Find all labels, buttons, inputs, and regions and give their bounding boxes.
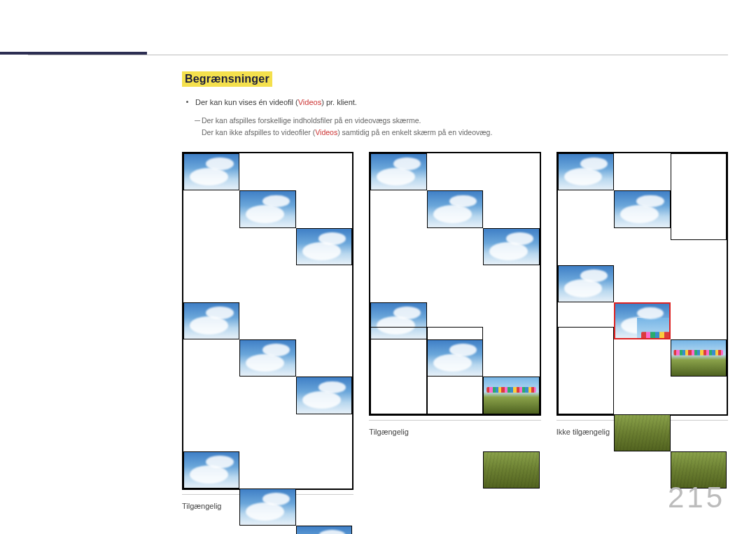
videos-keyword: Videos [298,98,321,106]
bullet-marker [186,101,188,103]
panel [671,339,727,377]
subnote-line2-suffix: ) samtidig på en enkelt skærm på en vide… [337,128,492,136]
bullet-item: Der kan kun vises én videofil (Videos) p… [182,97,728,109]
panel-empty [370,327,426,414]
videowall-grid-1 [182,152,354,490]
content-area: Begrænsninger Der kan kun vises én video… [182,71,728,510]
page: Begrænsninger Der kan kun vises én video… [0,0,756,534]
panel [239,489,295,526]
example-3: Ikke tilgængelig [556,152,728,510]
panel [483,228,539,265]
videowall-grid-3 [556,152,728,415]
top-rule [28,55,728,55]
panel [614,190,670,227]
panel [183,302,239,339]
bullet-list: Der kan kun vises én videofil (Videos) p… [182,97,728,139]
panel [370,153,426,190]
panel [239,190,295,227]
subnote: Der kan afspilles forskellige indholdsfi… [195,115,728,140]
bullet-text: Der kan kun vises én videofil (Videos) p… [195,97,728,109]
page-number: 215 [668,481,725,514]
panel-empty [558,327,614,414]
panel [558,265,614,302]
panel-empty [427,327,483,414]
panel [483,377,539,414]
panel [483,451,539,489]
bullet-suffix: ) pr. klient. [321,98,357,106]
videowall-examples: Tilgængelig Tilgængelig [182,152,728,510]
overlap-content [637,318,671,340]
panel [558,153,614,190]
panel-conflict [614,302,670,339]
example-1: Tilgængelig [182,152,354,510]
panel [183,451,239,489]
panel [614,414,670,451]
bullet-prefix: Der kan kun vises én videofil ( [195,98,298,106]
subnote-line-2: Der kan ikke afspilles to videofiler (Vi… [202,127,728,139]
videowall-grid-2 [369,152,540,415]
panel [296,526,352,534]
panel [427,190,483,227]
caption-2: Tilgængelig [369,428,540,436]
panel [296,377,352,414]
videos-keyword-2: Videos [315,128,337,136]
panel-empty [671,153,727,240]
section-heading: Begrænsninger [182,71,272,87]
dash-marker [195,120,200,121]
subnote-line2-prefix: Der kan ikke afspilles to videofiler ( [202,128,315,136]
subnote-line-1: Der kan afspilles forskellige indholdsfi… [202,115,728,127]
panel [296,228,352,265]
panel [239,339,295,377]
caption-rule [369,420,540,421]
panel [183,153,239,190]
example-2: Tilgængelig [369,152,540,510]
